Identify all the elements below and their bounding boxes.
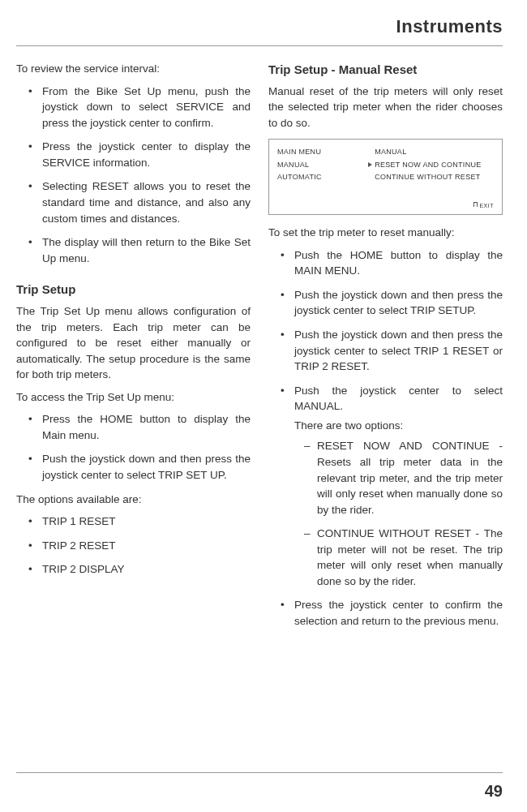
trip-setup-heading: Trip Setup <box>16 281 251 299</box>
list-item: Push the joystick down and then press th… <box>283 287 503 319</box>
list-item: TRIP 2 RESET <box>31 538 251 554</box>
right-column: Trip Setup - Manual Reset Manual reset o… <box>268 61 503 638</box>
lcd-screen: MAIN MENU MANUAL MANUAL RESET NOW AND CO… <box>268 139 503 215</box>
list-item: Push the joystick down and then press th… <box>31 451 251 483</box>
screen-row: MAIN MENU MANUAL <box>277 146 494 158</box>
page-number: 49 <box>485 782 503 801</box>
content-columns: To review the service interval: From the… <box>16 61 503 638</box>
screen-right-cell: RESET NOW AND CONTINUE <box>368 159 494 171</box>
list-item: The display will then return to the Bike… <box>31 234 251 266</box>
list-item: TRIP 1 RESET <box>31 513 251 530</box>
list-item: Push the joystick down and then press th… <box>283 327 503 375</box>
two-options-list: RESET NOW AND CONTINUE - Resets all trip… <box>294 438 503 589</box>
list-item: Selecting RESET allows you to reset the … <box>31 178 251 226</box>
list-item: Push the HOME button to display the MAIN… <box>283 247 503 279</box>
list-item: From the Bike Set Up menu, push the joys… <box>31 84 251 131</box>
screen-right-cell: MANUAL <box>368 146 494 158</box>
screen-text: RESET NOW AND CONTINUE <box>375 159 481 171</box>
list-item: CONTINUE WITHOUT RESET - The trip meter … <box>304 526 503 589</box>
manual-reset-heading: Trip Setup - Manual Reset <box>268 61 503 79</box>
page-title: Instruments <box>16 16 503 37</box>
list-item: Press the joystick center to confirm the… <box>283 597 503 629</box>
screen-row: MANUAL RESET NOW AND CONTINUE <box>277 159 494 171</box>
left-column: To review the service interval: From the… <box>16 61 251 638</box>
list-item: Press the joystick center to display the… <box>31 139 251 170</box>
screen-left-cell: AUTOMATIC <box>277 171 368 183</box>
top-rule <box>16 45 503 46</box>
options-bullet-list: TRIP 1 RESET TRIP 2 RESET TRIP 2 DISPLAY <box>16 513 251 578</box>
set-bullet-list: Push the HOME button to display the MAIN… <box>268 247 503 629</box>
manual-reset-intro: Manual reset of the trip meters will onl… <box>268 84 503 131</box>
access-intro: To access the Trip Set Up menu: <box>16 389 251 406</box>
service-bullet-list: From the Bike Set Up menu, push the joys… <box>16 84 251 267</box>
two-options-intro: There are two options: <box>294 418 503 434</box>
screen-text: CONTINUE WITHOUT RESET <box>375 171 480 183</box>
service-intro: To review the service interval: <box>16 61 251 77</box>
screen-right-cell: CONTINUE WITHOUT RESET <box>368 171 494 183</box>
screen-left-cell: MANUAL <box>277 159 368 171</box>
trip-setup-paragraph: The Trip Set Up menu allows configuratio… <box>16 303 251 383</box>
screen-text: MANUAL <box>375 146 406 158</box>
home-icon <box>473 202 478 207</box>
list-item-text: Push the joystick center to select MANUA… <box>294 385 503 413</box>
access-bullet-list: Press the HOME button to display the Mai… <box>16 411 251 483</box>
options-intro: The options available are: <box>16 492 251 508</box>
list-item: Press the HOME button to display the Mai… <box>31 411 251 443</box>
screen-left-cell: MAIN MENU <box>277 146 368 158</box>
screen-exit: EXIT <box>277 201 494 211</box>
set-intro: To set the trip meter to reset manually: <box>268 225 503 241</box>
pointer-icon <box>368 162 372 167</box>
list-item: TRIP 2 DISPLAY <box>31 561 251 578</box>
screen-row: AUTOMATIC CONTINUE WITHOUT RESET <box>277 171 494 183</box>
exit-label: EXIT <box>479 203 494 208</box>
list-item: RESET NOW AND CONTINUE - Resets all trip… <box>304 438 503 518</box>
list-item: Push the joystick center to select MANUA… <box>283 383 503 590</box>
bottom-rule <box>16 772 503 773</box>
